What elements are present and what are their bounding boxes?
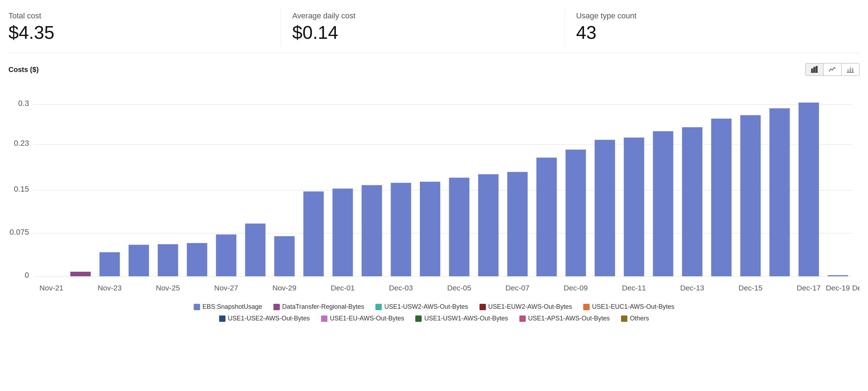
svg-text:Nov-25: Nov-25 xyxy=(156,284,180,292)
svg-rect-24 xyxy=(158,244,178,276)
svg-rect-21 xyxy=(70,272,91,276)
svg-text:0.3: 0.3 xyxy=(18,99,29,108)
legend-item: USE1-USE2-AWS-Out-Bytes xyxy=(219,315,310,322)
svg-rect-2 xyxy=(816,66,818,72)
svg-rect-40 xyxy=(624,138,644,276)
svg-text:Dec-21: Dec-21 xyxy=(852,284,860,292)
svg-rect-45 xyxy=(770,108,790,276)
legend-color-box xyxy=(194,304,200,310)
legend-label: USE1-EU-AWS-Out-Bytes xyxy=(330,315,404,322)
svg-text:Dec-07: Dec-07 xyxy=(506,284,530,292)
chart-container: Costs ($) xyxy=(8,63,860,297)
svg-rect-7 xyxy=(850,67,851,68)
svg-rect-32 xyxy=(391,183,411,276)
svg-text:Dec-17: Dec-17 xyxy=(797,284,821,292)
svg-rect-44 xyxy=(740,115,761,276)
svg-rect-8 xyxy=(852,69,854,72)
svg-rect-26 xyxy=(216,234,236,276)
legend-color-box xyxy=(321,315,327,322)
svg-rect-35 xyxy=(478,174,499,276)
stacked-bar-chart-button[interactable] xyxy=(842,64,859,76)
legend-label: EBS:SnapshotUsage xyxy=(203,303,262,311)
legend-item: USE1-EU-AWS-Out-Bytes xyxy=(321,315,404,322)
legend-item: Others xyxy=(621,315,649,322)
bar-chart-svg: 0 0.075 0.15 0.23 0.3 Nov-21Nov-23Nov-25… xyxy=(8,79,860,297)
usage-type-card: Usage type count 43 xyxy=(576,8,848,46)
legend-label: USE1-USW1-AWS-Out-Bytes xyxy=(424,315,508,322)
svg-rect-36 xyxy=(507,172,528,276)
svg-rect-43 xyxy=(711,119,732,276)
bar-chart-button[interactable] xyxy=(806,64,824,76)
svg-rect-23 xyxy=(128,245,149,276)
svg-text:Nov-27: Nov-27 xyxy=(214,284,238,292)
svg-rect-30 xyxy=(332,188,353,276)
legend-label: USE1-USE2-AWS-Out-Bytes xyxy=(228,315,310,322)
svg-rect-47 xyxy=(828,275,848,276)
svg-text:Dec-19: Dec-19 xyxy=(826,284,850,292)
legend-color-box xyxy=(519,315,526,322)
legend-label: USE1-USW2-AWS-Out-Bytes xyxy=(384,303,468,311)
line-chart-button[interactable] xyxy=(824,64,842,76)
svg-text:Nov-29: Nov-29 xyxy=(272,284,296,292)
legend-color-box xyxy=(415,315,422,322)
legend-color-box xyxy=(219,315,225,322)
avg-daily-cost-card: Average daily cost $0.14 xyxy=(292,8,565,46)
legend-label: DataTransfer-Regional-Bytes xyxy=(282,303,364,311)
total-cost-value: $4.35 xyxy=(8,22,269,43)
legend-color-box xyxy=(621,315,627,322)
total-cost-card: Total cost $4.35 xyxy=(8,8,281,46)
svg-text:0.075: 0.075 xyxy=(10,228,29,236)
svg-text:Nov-23: Nov-23 xyxy=(98,284,122,292)
svg-text:Dec-01: Dec-01 xyxy=(331,284,355,292)
legend-label: USE1-EUW2-AWS-Out-Bytes xyxy=(488,303,572,311)
svg-rect-28 xyxy=(274,236,295,276)
legend-color-box xyxy=(480,304,486,310)
svg-rect-6 xyxy=(850,68,851,72)
chart-type-buttons xyxy=(805,63,860,76)
legend-color-box xyxy=(583,304,590,310)
svg-rect-25 xyxy=(187,243,207,276)
svg-text:0.15: 0.15 xyxy=(14,185,29,193)
legend: EBS:SnapshotUsageDataTransfer-Regional-B… xyxy=(8,303,860,322)
svg-rect-5 xyxy=(848,69,849,70)
svg-rect-46 xyxy=(798,103,819,276)
legend-color-box xyxy=(273,304,280,310)
svg-rect-41 xyxy=(653,131,673,276)
svg-rect-34 xyxy=(449,178,470,277)
svg-rect-29 xyxy=(303,192,324,277)
svg-text:Dec-09: Dec-09 xyxy=(564,284,588,292)
svg-text:0.23: 0.23 xyxy=(14,139,29,148)
svg-rect-9 xyxy=(852,68,854,69)
total-cost-label: Total cost xyxy=(8,11,269,20)
svg-rect-0 xyxy=(812,69,813,72)
svg-rect-27 xyxy=(245,224,266,277)
svg-text:Dec-05: Dec-05 xyxy=(447,284,471,292)
legend-item: USE1-EUW2-AWS-Out-Bytes xyxy=(480,303,572,311)
legend-item: USE1-USW2-AWS-Out-Bytes xyxy=(375,303,468,311)
legend-item: USE1-USW1-AWS-Out-Bytes xyxy=(415,315,508,322)
svg-rect-4 xyxy=(848,70,849,72)
svg-rect-39 xyxy=(595,140,615,276)
legend-item: DataTransfer-Regional-Bytes xyxy=(273,303,364,311)
svg-text:Dec-13: Dec-13 xyxy=(680,284,704,292)
svg-text:0: 0 xyxy=(25,271,29,279)
svg-rect-37 xyxy=(536,158,557,276)
legend-label: USE1-APS1-AWS-Out-Bytes xyxy=(528,315,610,322)
legend-item: EBS:SnapshotUsage xyxy=(194,303,262,311)
avg-daily-label: Average daily cost xyxy=(292,11,553,20)
usage-type-label: Usage type count xyxy=(576,11,837,20)
metrics-row: Total cost $4.35 Average daily cost $0.1… xyxy=(8,8,860,53)
svg-rect-1 xyxy=(814,67,815,73)
legend-item: USE1-EUC1-AWS-Out-Bytes xyxy=(583,303,674,311)
svg-text:Dec-15: Dec-15 xyxy=(739,284,762,292)
svg-rect-33 xyxy=(420,182,440,276)
svg-rect-31 xyxy=(362,185,382,276)
svg-text:Dec-03: Dec-03 xyxy=(389,284,413,292)
legend-item: USE1-APS1-AWS-Out-Bytes xyxy=(519,315,610,322)
chart-title: Costs ($) xyxy=(8,66,39,74)
svg-text:Nov-21: Nov-21 xyxy=(40,284,64,292)
legend-label: Others xyxy=(630,315,649,322)
legend-color-box xyxy=(375,304,382,310)
svg-rect-38 xyxy=(566,150,586,276)
chart-header: Costs ($) xyxy=(8,63,860,76)
